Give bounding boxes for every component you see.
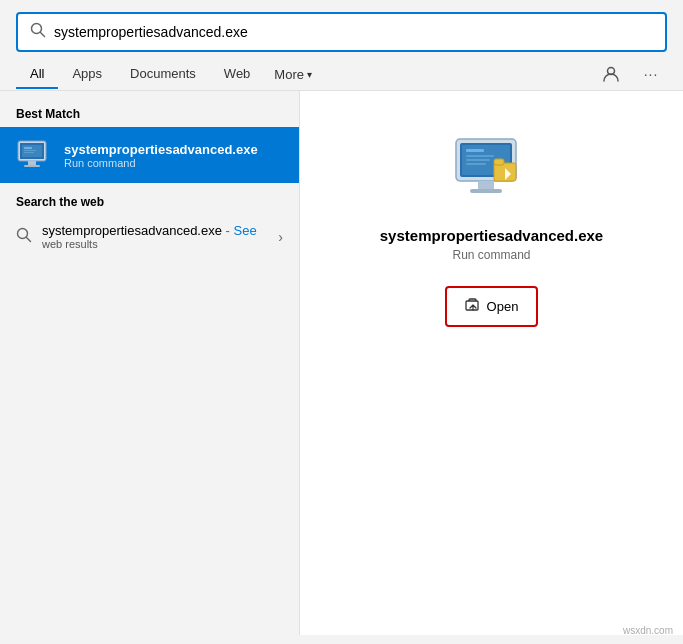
svg-rect-10 [24,152,34,153]
tab-more[interactable]: More ▾ [264,61,322,88]
svg-rect-21 [470,189,502,193]
app-icon-large [452,131,532,211]
search-bar[interactable] [16,12,667,52]
web-search-text: systempropertiesadvanced.exe - See [42,223,268,238]
web-search-label: Search the web [0,191,299,215]
search-icon [30,22,46,42]
tab-more-label: More [274,67,304,82]
svg-rect-5 [28,161,36,165]
search-container [0,0,683,52]
profile-icon-button[interactable] [595,58,627,90]
watermark: wsxdn.com [623,625,673,636]
svg-rect-23 [494,159,504,165]
svg-point-11 [18,228,28,238]
tab-all[interactable]: All [16,60,58,89]
best-match-icon [16,137,52,173]
tabs-bar: All Apps Documents Web More ▾ ··· [0,52,683,91]
tab-apps[interactable]: Apps [58,60,116,89]
web-search-item[interactable]: systempropertiesadvanced.exe - See web r… [0,215,299,258]
best-match-subtitle: Run command [64,157,258,169]
best-match-item[interactable]: systempropertiesadvanced.exe Run command [0,127,299,183]
svg-rect-16 [466,149,484,152]
svg-rect-17 [466,155,494,157]
web-search-subtext: web results [42,238,268,250]
more-options-button[interactable]: ··· [635,58,667,90]
chevron-down-icon: ▾ [307,69,312,80]
svg-rect-19 [466,163,486,165]
best-match-label: Best match [0,103,299,127]
svg-rect-20 [478,181,494,189]
chevron-right-icon: › [278,229,283,245]
svg-line-1 [41,33,45,37]
app-title: systempropertiesadvanced.exe [380,227,603,244]
right-panel: systempropertiesadvanced.exe Run command… [300,91,683,635]
tab-web[interactable]: Web [210,60,265,89]
best-match-title: systempropertiesadvanced.exe [64,142,258,157]
open-button-wrapper: Open [445,286,539,327]
svg-rect-6 [24,165,40,167]
svg-rect-8 [24,147,32,149]
ellipsis-icon: ··· [644,66,659,82]
left-panel: Best match systempropertiesadvanced.ex [0,91,300,635]
app-subtitle: Run command [452,248,530,262]
open-button[interactable]: Open [449,290,535,323]
svg-rect-9 [24,150,36,151]
open-icon [465,297,481,316]
web-search-icon [16,227,32,247]
tab-documents[interactable]: Documents [116,60,210,89]
open-label: Open [487,299,519,314]
search-input[interactable] [54,24,653,40]
svg-rect-18 [466,159,490,161]
svg-line-12 [27,237,31,241]
